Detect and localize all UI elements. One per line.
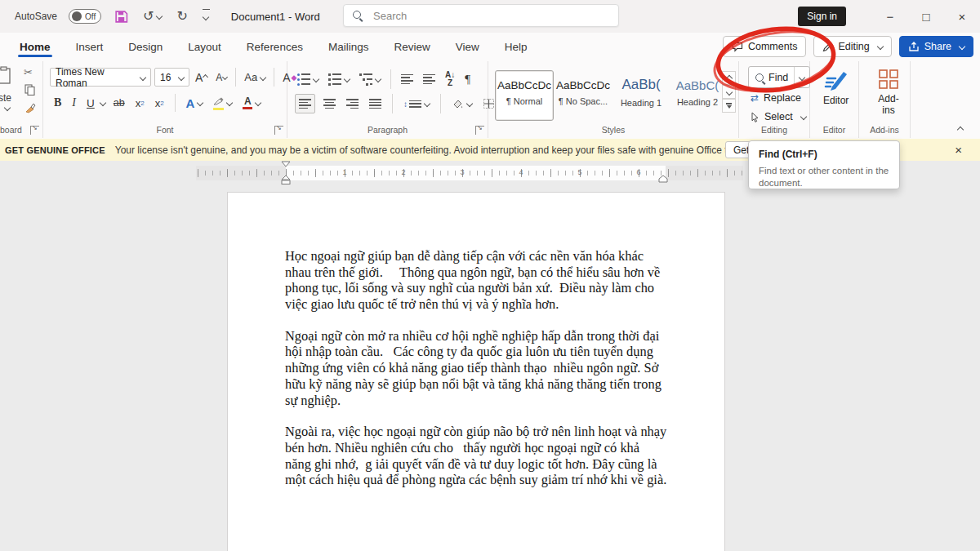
- right-indent-marker[interactable]: [658, 175, 668, 183]
- first-line-indent-marker[interactable]: [281, 161, 291, 167]
- style-no-spacing-preview: AaBbCcDc: [555, 79, 611, 91]
- undo-button[interactable]: ↺: [141, 8, 163, 24]
- paragraph-group-label: Paragraph: [287, 125, 488, 135]
- redo-icon: ↻: [176, 10, 187, 23]
- font-dialog-launcher[interactable]: [274, 126, 283, 135]
- subscript-button[interactable]: x2: [133, 96, 147, 111]
- align-center-button[interactable]: [321, 96, 338, 112]
- add-ins-button[interactable]: Add-ins: [867, 68, 910, 117]
- font-name-chevron-icon: [140, 73, 146, 80]
- comments-button[interactable]: Comments: [723, 36, 806, 57]
- bold-button[interactable]: B: [51, 95, 64, 111]
- group-clipboard: ste ✂ board: [0, 61, 43, 138]
- tab-help[interactable]: Help: [503, 34, 529, 60]
- tab-view[interactable]: View: [454, 34, 481, 60]
- save-button[interactable]: [113, 8, 130, 25]
- minimize-button[interactable]: −: [872, 0, 908, 33]
- increase-indent-button[interactable]: [421, 71, 438, 87]
- align-left-button[interactable]: [295, 94, 315, 113]
- redo-button[interactable]: ↻: [175, 8, 189, 24]
- search-icon: [352, 10, 363, 21]
- close-button[interactable]: ×: [944, 0, 980, 33]
- underline-chevron-icon[interactable]: [100, 100, 106, 106]
- paragraph-1[interactable]: Học ngoại ngữ giúp bạn dễ dàng tiếp cận …: [285, 248, 667, 313]
- editor-button-label: Editor: [823, 95, 849, 106]
- change-case-icon: Aa: [244, 71, 257, 83]
- italic-button[interactable]: I: [69, 95, 78, 111]
- numbering-button[interactable]: [326, 72, 352, 87]
- show-formatting-button[interactable]: ¶: [462, 71, 473, 88]
- hanging-indent-marker[interactable]: [281, 175, 291, 185]
- align-left-icon: [299, 97, 311, 110]
- tab-review[interactable]: Review: [392, 34, 431, 60]
- style-normal-label: ¶ Normal: [496, 96, 553, 106]
- styles-gallery-more-button[interactable]: [722, 99, 736, 113]
- font-size-combobox[interactable]: 16: [154, 68, 189, 87]
- tab-layout[interactable]: Layout: [186, 34, 223, 60]
- justify-button[interactable]: [367, 96, 384, 112]
- strikethrough-button[interactable]: ab: [111, 96, 127, 110]
- search-input[interactable]: [372, 9, 587, 23]
- bold-icon: B: [54, 96, 61, 109]
- editing-mode-button[interactable]: Editing: [813, 36, 891, 57]
- select-button[interactable]: Select: [751, 111, 806, 122]
- align-right-button[interactable]: [344, 96, 361, 112]
- paragraph-dialog-launcher[interactable]: [475, 126, 484, 135]
- find-split-chevron[interactable]: [794, 67, 809, 87]
- paste-label-partial[interactable]: ste: [0, 92, 11, 104]
- styles-gallery-up-button[interactable]: [722, 71, 736, 85]
- increase-indent-icon: [423, 73, 435, 86]
- restore-button[interactable]: □: [908, 0, 944, 33]
- replace-label: Replace: [764, 92, 801, 104]
- find-button[interactable]: Find: [748, 66, 810, 88]
- font-color-button[interactable]: A: [240, 95, 263, 112]
- shading-button[interactable]: [449, 96, 474, 111]
- sort-button[interactable]: A↓ Z: [443, 69, 457, 89]
- sign-in-button[interactable]: Sign in: [798, 7, 846, 26]
- superscript-button[interactable]: x2: [153, 96, 167, 111]
- sort-icon: A↓ Z: [445, 71, 455, 87]
- search-box[interactable]: [343, 4, 619, 27]
- font-name-combobox[interactable]: Times New Roman: [50, 68, 151, 87]
- underline-button[interactable]: U: [84, 96, 97, 111]
- styles-gallery-down-button[interactable]: [722, 85, 736, 99]
- decrease-indent-button[interactable]: [399, 71, 416, 87]
- editor-button[interactable]: Editor: [818, 68, 853, 107]
- line-spacing-button[interactable]: ↕: [401, 97, 432, 111]
- copy-button[interactable]: [22, 82, 38, 97]
- grow-font-button[interactable]: A: [193, 69, 210, 86]
- share-button[interactable]: Share: [899, 36, 973, 57]
- replace-button[interactable]: ⇄ Replace: [751, 92, 801, 104]
- text-effects-button[interactable]: A: [184, 95, 206, 112]
- shrink-font-button[interactable]: A: [213, 70, 229, 85]
- tab-mailings[interactable]: Mailings: [327, 34, 371, 60]
- tab-design[interactable]: Design: [127, 34, 164, 60]
- find-label: Find: [768, 72, 788, 83]
- paragraph-2[interactable]: Ngoại ngữ còn mở ra nhiều cơ hội nghề ng…: [285, 328, 667, 408]
- paste-chevron-icon[interactable]: [4, 104, 11, 111]
- tab-references[interactable]: References: [245, 34, 305, 60]
- multilevel-list-button[interactable]: [357, 72, 383, 87]
- clipboard-dialog-launcher[interactable]: [30, 126, 39, 135]
- notice-close-button[interactable]: ×: [950, 142, 967, 158]
- ribbon-tabs: Home Insert Design Layout References Mai…: [18, 33, 529, 61]
- group-addins: Add-ins Add-ins: [859, 61, 911, 138]
- notice-message: Your license isn't genuine, and you may …: [115, 144, 751, 156]
- highlight-color-button[interactable]: [211, 94, 234, 113]
- tab-home[interactable]: Home: [18, 34, 52, 60]
- format-painter-button[interactable]: [22, 100, 38, 115]
- paragraph-3[interactable]: Ngoài ra, việc học ngoại ngữ còn giúp nã…: [285, 424, 667, 488]
- customize-quick-access-button[interactable]: [201, 7, 212, 26]
- tab-insert[interactable]: Insert: [74, 34, 105, 60]
- cut-button[interactable]: ✂: [21, 64, 35, 80]
- document-body[interactable]: Học ngoại ngữ giúp bạn dễ dàng tiếp cận …: [285, 248, 667, 504]
- collapse-ribbon-button[interactable]: [956, 126, 965, 134]
- style-heading2[interactable]: AaBbC( Heading 2: [670, 70, 724, 121]
- style-normal[interactable]: AaBbCcDc ¶ Normal: [495, 70, 554, 121]
- autosave-toggle[interactable]: Off: [69, 9, 101, 24]
- style-no-spacing[interactable]: AaBbCcDc ¶ No Spac...: [555, 70, 612, 121]
- document-page[interactable]: Học ngoại ngữ giúp bạn dễ dàng tiếp cận …: [227, 192, 725, 551]
- style-heading1[interactable]: AaBb( Heading 1: [612, 70, 670, 121]
- bullets-button[interactable]: [295, 72, 321, 87]
- change-case-button[interactable]: Aa: [242, 69, 268, 85]
